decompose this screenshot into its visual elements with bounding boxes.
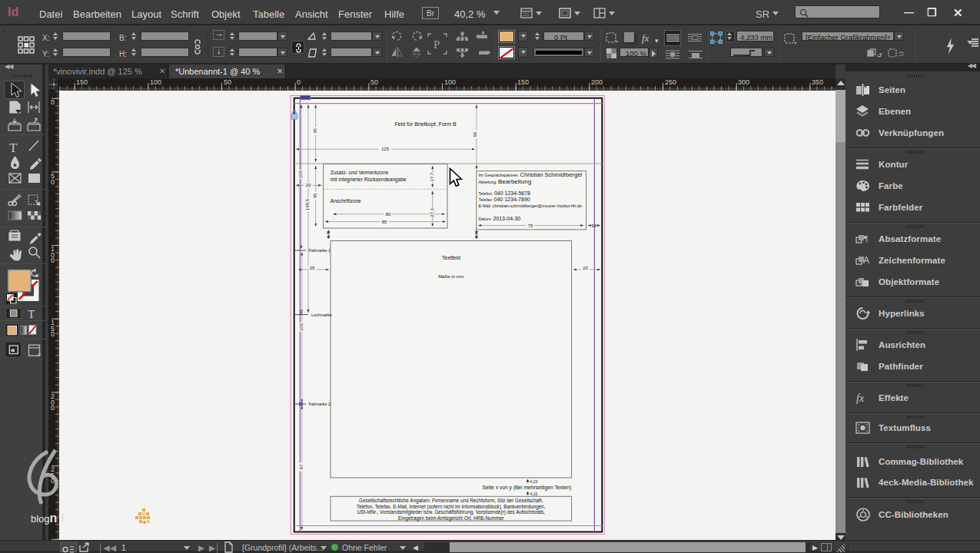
- svg-text:Faltmarke 2: Faltmarke 2: [309, 402, 331, 406]
- svg-text:27,3: 27,3: [430, 208, 434, 217]
- svg-text:Lochmarke: Lochmarke: [311, 313, 332, 317]
- svg-text:A: A: [863, 255, 869, 266]
- svg-text:50: 50: [473, 131, 477, 137]
- svg-text:148,5: 148,5: [305, 198, 310, 210]
- svg-text:blogn K: blogn K: [31, 512, 65, 525]
- svg-text:Textfeld: Textfeld: [442, 255, 460, 260]
- svg-text:75: 75: [528, 224, 533, 228]
- svg-text:10: 10: [592, 224, 597, 228]
- svg-text:¶: ¶: [864, 233, 868, 243]
- svg-text:Abteilung: Bearbeitung: Abteilung: Bearbeitung: [479, 178, 532, 185]
- svg-text:45: 45: [313, 193, 317, 198]
- svg-text:T: T: [9, 141, 18, 155]
- svg-text:20: 20: [583, 266, 588, 270]
- svg-text:105: 105: [298, 170, 303, 178]
- svg-text:Faltmarke 1: Faltmarke 1: [309, 248, 331, 253]
- svg-text:8,46: 8,46: [327, 230, 331, 238]
- svg-text:8,46: 8,46: [475, 230, 479, 238]
- svg-text:87: 87: [299, 464, 304, 469]
- svg-text:mit integrierter Rücksendeanga: mit integrierter Rücksendeangabe: [331, 177, 407, 183]
- svg-text:105: 105: [299, 323, 304, 331]
- svg-text:Eingetragen beim Amtsgericht O: Eingetragen beim Amtsgericht Ort, HRB-Nu…: [398, 515, 504, 522]
- svg-text:T: T: [28, 309, 35, 320]
- svg-text:Feld für Briefkopf, Form B: Feld für Briefkopf, Form B: [395, 121, 457, 127]
- svg-text:Telefon: 040 1234-5678: Telefon: 040 1234-5678: [479, 190, 531, 196]
- svg-text:Maße in mm: Maße in mm: [438, 274, 463, 279]
- svg-text:4,23: 4,23: [530, 492, 538, 496]
- svg-text:20: 20: [306, 183, 311, 187]
- svg-text:Telefax: 040 1234-7890: Telefax: 040 1234-7890: [479, 197, 530, 202]
- svg-text:fx: fx: [856, 392, 865, 404]
- svg-text:17,7: 17,7: [430, 172, 434, 181]
- svg-text:85: 85: [382, 220, 387, 224]
- svg-text:Seite x von y (Bei mehrseitige: Seite x von y (Bei mehrseitigen Texten): [483, 485, 572, 491]
- svg-text:Zusatz- und Vermerkzone: Zusatz- und Vermerkzone: [331, 170, 389, 175]
- svg-text:125: 125: [381, 147, 390, 151]
- svg-text:E-Mail: christian.schmidtberge: E-Mail: christian.schmidtberger@muster-i…: [479, 204, 583, 208]
- svg-text:Datum: 2013-04-30: Datum: 2013-04-30: [479, 216, 521, 221]
- svg-text:45: 45: [313, 128, 317, 134]
- svg-text:4,23: 4,23: [530, 479, 538, 484]
- svg-text:Anschriftzone: Anschriftzone: [331, 198, 361, 204]
- svg-text:P: P: [434, 38, 440, 51]
- svg-text:80: 80: [386, 212, 391, 217]
- svg-text:Ihr Gesprächspartner: Christia: Ihr Gesprächspartner: Christian Schmidtb…: [479, 171, 583, 178]
- svg-text:25: 25: [310, 266, 315, 270]
